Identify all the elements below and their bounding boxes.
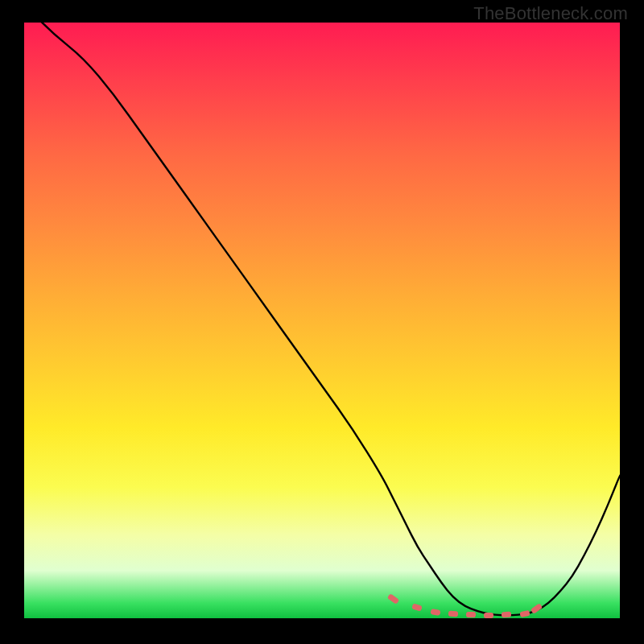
optimum-marker — [448, 611, 458, 617]
plot-area — [24, 23, 620, 618]
optimum-marker — [484, 613, 493, 618]
curve-layer — [24, 23, 620, 618]
optimum-marker — [466, 612, 476, 617]
watermark-text: TheBottleneck.com — [473, 3, 628, 24]
bottleneck-curve — [24, 5, 620, 616]
